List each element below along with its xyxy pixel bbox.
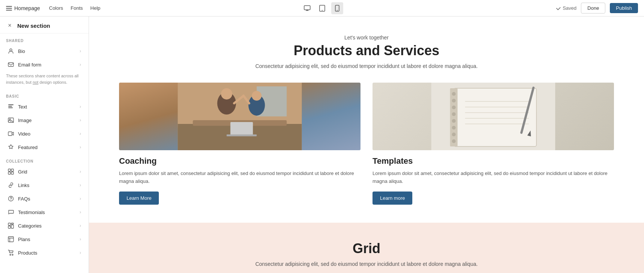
video-chevron: › xyxy=(80,131,81,136)
svg-point-46 xyxy=(452,99,456,103)
svg-point-8 xyxy=(10,49,12,51)
image-label: Image xyxy=(18,118,32,123)
coaching-learn-more-button[interactable]: Learn More xyxy=(119,192,159,205)
svg-point-7 xyxy=(337,10,338,11)
colors-nav[interactable]: Colors xyxy=(49,5,63,11)
templates-text: Lorem ipsum dolor sit amet, consectetur … xyxy=(373,170,614,186)
products-label: Products xyxy=(18,250,37,256)
sidebar-item-text[interactable]: Text › xyxy=(2,100,87,113)
faqs-label: FAQs xyxy=(18,196,30,202)
svg-point-21 xyxy=(11,200,11,200)
check-icon xyxy=(556,6,561,11)
video-icon xyxy=(8,130,14,137)
sidebar-item-testimonials[interactable]: Testimonials › xyxy=(2,205,87,219)
templates-learn-more-button[interactable]: Learn more xyxy=(373,192,412,205)
grid-section-title: Grid xyxy=(119,241,614,256)
svg-rect-26 xyxy=(8,237,14,242)
svg-point-35 xyxy=(221,88,232,100)
help-nav[interactable]: Help xyxy=(90,5,101,11)
grid-section-subtitle: Consectetur adipisicing elit, sed do eiu… xyxy=(119,261,614,267)
topbar-right: Saved Done Publish xyxy=(556,3,638,14)
testimonials-icon xyxy=(8,209,14,216)
person-icon xyxy=(8,48,14,54)
topbar-left: Homepage Colors Fonts Help xyxy=(6,5,556,11)
mobile-view-button[interactable] xyxy=(331,2,343,14)
publish-button[interactable]: Publish xyxy=(610,3,638,13)
featured-label: Featured xyxy=(18,145,38,150)
testimonials-chevron: › xyxy=(80,210,81,215)
sidebar-item-grid[interactable]: Grid › xyxy=(2,165,87,178)
svg-rect-43 xyxy=(454,88,537,146)
sidebar-item-image[interactable]: Image › xyxy=(2,113,87,127)
grid-icon xyxy=(8,168,14,175)
sidebar-title: New section xyxy=(17,23,50,29)
coaching-image xyxy=(119,83,360,150)
section-subtitle: Consectetur adipisicing elit, sed do eiu… xyxy=(235,63,498,69)
sidebar-header: × New section xyxy=(0,17,89,33)
sidebar-item-featured[interactable]: Featured › xyxy=(2,140,87,154)
svg-point-27 xyxy=(10,254,11,255)
desktop-icon xyxy=(304,5,311,11)
coaching-card: Coaching Lorem ipsum dolor sit amet, con… xyxy=(119,83,360,205)
email-icon xyxy=(8,61,14,68)
svg-point-37 xyxy=(252,91,262,101)
homepage-link[interactable]: Homepage xyxy=(6,5,40,11)
svg-rect-3 xyxy=(304,6,310,10)
section-title: Products and Services xyxy=(119,43,614,59)
menu-icon xyxy=(6,5,12,11)
homepage-label: Homepage xyxy=(14,5,40,11)
svg-rect-19 xyxy=(11,172,14,174)
image-chevron: › xyxy=(80,118,81,123)
svg-rect-41 xyxy=(227,134,257,136)
sidebar-item-bio[interactable]: Bio › xyxy=(2,44,87,58)
svg-rect-2 xyxy=(6,10,12,11)
plans-icon xyxy=(8,236,14,243)
sidebar-item-email-form[interactable]: Email form › xyxy=(2,58,87,71)
text-label: Text xyxy=(18,104,27,110)
tablet-view-button[interactable] xyxy=(316,2,328,14)
featured-icon xyxy=(8,144,14,151)
desktop-view-button[interactable] xyxy=(301,2,313,14)
links-label: Links xyxy=(18,183,29,188)
coaching-text: Lorem ipsum dolor sit amet, consectetur … xyxy=(119,170,360,186)
sidebar-item-video[interactable]: Video › xyxy=(2,127,87,140)
svg-point-52 xyxy=(452,139,456,143)
grid-label: Grid xyxy=(18,169,27,175)
svg-rect-0 xyxy=(6,6,12,7)
main-layout: × New section SHARED Bio › Email form › xyxy=(0,17,644,273)
sidebar-item-plans[interactable]: Plans › xyxy=(2,232,87,246)
templates-image xyxy=(373,83,614,150)
svg-rect-9 xyxy=(8,63,14,66)
topbar: Homepage Colors Fonts Help xyxy=(0,0,644,17)
svg-rect-1 xyxy=(6,8,12,9)
shared-section-label: SHARED xyxy=(0,33,89,44)
done-button[interactable]: Done xyxy=(581,3,605,14)
bio-label: Bio xyxy=(18,48,25,54)
collection-section-label: COLLECTION xyxy=(0,154,89,165)
svg-rect-24 xyxy=(11,225,14,228)
svg-point-5 xyxy=(322,10,323,11)
sidebar-item-categories[interactable]: Categories › xyxy=(2,219,87,232)
content-area: Let's work together Products and Service… xyxy=(89,17,644,273)
svg-point-48 xyxy=(452,112,456,116)
fonts-nav[interactable]: Fonts xyxy=(71,5,83,11)
sidebar-close-button[interactable]: × xyxy=(6,22,14,29)
svg-rect-11 xyxy=(8,106,12,107)
saved-label: Saved xyxy=(563,5,576,11)
categories-chevron: › xyxy=(80,223,81,228)
links-icon xyxy=(8,182,14,189)
svg-rect-15 xyxy=(8,132,12,136)
svg-rect-44 xyxy=(450,88,458,146)
shared-note: These sections share content across all … xyxy=(0,71,89,89)
svg-point-50 xyxy=(452,126,456,130)
svg-rect-18 xyxy=(8,172,11,174)
plans-chevron: › xyxy=(80,237,81,242)
faqs-chevron: › xyxy=(80,196,81,201)
sidebar-item-links[interactable]: Links › xyxy=(2,178,87,192)
svg-rect-22 xyxy=(8,223,11,225)
sidebar-item-faqs[interactable]: FAQs › xyxy=(2,192,87,205)
sidebar: × New section SHARED Bio › Email form › xyxy=(0,17,89,273)
svg-point-47 xyxy=(452,106,456,109)
sidebar-item-products[interactable]: Products › xyxy=(2,246,87,259)
email-form-chevron: › xyxy=(80,62,81,67)
